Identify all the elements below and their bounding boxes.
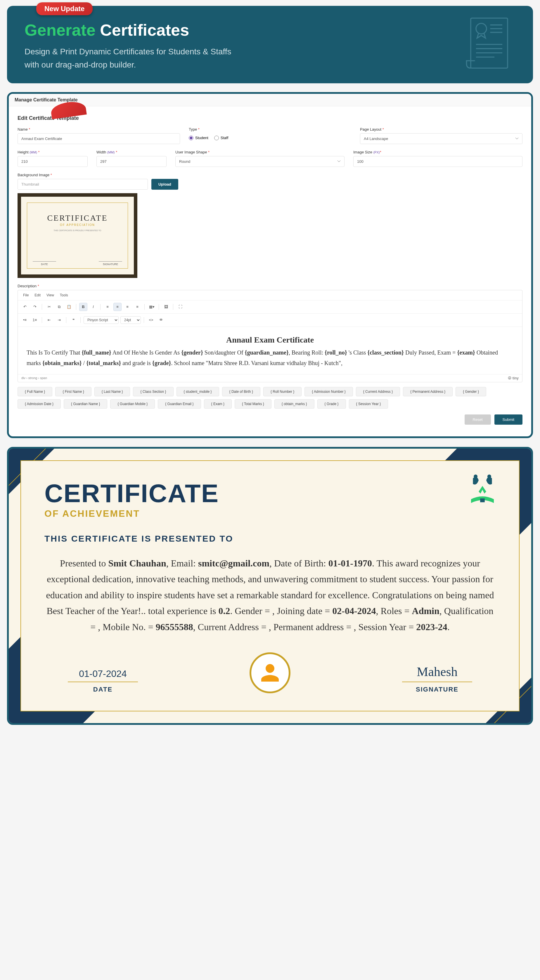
preview-line: THIS CERTIFICATE IS PROUDLY PRESENTED TO (54, 229, 102, 231)
feature-banner: New Update Generate Certificates Design … (7, 6, 533, 83)
placeholder-tag[interactable]: { Admission Number } (305, 387, 353, 396)
banner-title-green: Generate (25, 21, 95, 39)
fullscreen-icon[interactable]: ⛶ (176, 303, 184, 311)
preview-icon[interactable]: 👁 (157, 316, 165, 324)
editor-content-area[interactable]: Annaul Exam Certificate This Is To Certi… (18, 327, 522, 374)
menu-file[interactable]: File (21, 292, 31, 298)
placeholder-tag[interactable]: { Class Section } (133, 387, 173, 396)
name-input[interactable] (17, 133, 180, 144)
banner-title-rest: Certificates (100, 21, 189, 39)
page-layout-select[interactable]: A4 Landscape (360, 133, 523, 144)
width-input[interactable] (97, 156, 167, 167)
ribbon-tail-icon (51, 102, 86, 117)
width-label: Width (MM) * (97, 150, 167, 154)
image-icon[interactable]: 🖼 (162, 303, 170, 311)
redo-icon[interactable]: ↷ (31, 303, 39, 311)
banner-title: Generate Certificates (25, 21, 515, 40)
number-list-icon[interactable]: 1≡ (31, 316, 39, 324)
rich-editor: File Edit View Tools ↶ ↷ ✂ ⧉ 📋 B I ≡ ≡ ≡… (17, 290, 523, 382)
preview-sig: SIGNATURE (99, 261, 122, 266)
indent-icon[interactable]: ⇥ (55, 316, 63, 324)
align-left-icon[interactable]: ≡ (103, 303, 112, 311)
align-right-icon[interactable]: ≡ (123, 303, 132, 311)
svg-point-10 (488, 474, 491, 478)
placeholder-tag[interactable]: { Roll Number } (263, 387, 302, 396)
page-layout-label: Page Layout * (360, 127, 523, 132)
placeholder-tag[interactable]: { Grade } (317, 399, 346, 409)
cert-body-text: Presented to Smit Chauhan, Email: smitc@… (44, 555, 496, 635)
height-label: Height (MM) * (17, 150, 88, 154)
placeholder-tag[interactable]: { student_mobile } (176, 387, 219, 396)
paste-icon[interactable]: 📋 (65, 303, 73, 311)
cert-subheading: OF ACHIEVEMENT (44, 508, 496, 519)
preview-title: CERTIFICATE (47, 213, 108, 223)
bullet-list-icon[interactable]: •≡ (21, 316, 29, 324)
editor-statusbar: div › strong › span ⦿ tiny (18, 374, 522, 382)
cert-date-value: 01-07-2024 (68, 668, 138, 682)
description-label: Description * (17, 284, 523, 288)
submit-button[interactable]: Submit (494, 414, 523, 425)
italic-icon[interactable]: I (89, 303, 97, 311)
image-size-input[interactable] (353, 156, 523, 167)
preview-subtitle: OF APPRECIATION (60, 223, 95, 226)
menu-tools[interactable]: Tools (57, 292, 70, 298)
placeholder-tag[interactable]: { Guardian Mobile } (110, 399, 155, 409)
placeholder-tag[interactable]: { Last Name } (94, 387, 130, 396)
placeholder-tag[interactable]: { Session Year } (349, 399, 388, 409)
element-path[interactable]: div › strong › span (21, 376, 47, 380)
banner-description: Design & Print Dynamic Certificates for … (25, 45, 375, 72)
outdent-icon[interactable]: ⇤ (45, 316, 53, 324)
copy-icon[interactable]: ⧉ (55, 303, 63, 311)
certificate-scroll-icon (463, 15, 515, 74)
image-size-label: Image Size (PX)* (353, 150, 523, 154)
name-label: Name * (17, 127, 180, 132)
placeholder-tag[interactable]: { obtain_marks } (275, 399, 314, 409)
reset-button[interactable]: Reset (465, 414, 491, 425)
editor-menubar: File Edit View Tools (18, 290, 522, 301)
manage-template-panel: Manage Certificate Template Edit Certifi… (7, 92, 533, 438)
placeholder-tag[interactable]: { First Name } (55, 387, 91, 396)
undo-icon[interactable]: ↶ (21, 303, 29, 311)
preview-date: DATE (33, 261, 56, 266)
placeholder-tag[interactable]: { Exam } (204, 399, 232, 409)
editor-toolbar-1: ↶ ↷ ✂ ⧉ 📋 B I ≡ ≡ ≡ ≡ ▦▾ 🖼 ⛶ (18, 301, 522, 313)
cert-signature-value: Mahesh (402, 664, 472, 682)
cut-icon[interactable]: ✂ (45, 303, 53, 311)
font-family-select[interactable]: Pinyon Script (84, 316, 119, 324)
placeholder-tags: { Full Name }{ First Name }{ Last Name }… (17, 387, 523, 409)
thumbnail-input[interactable]: Thumbnail (17, 179, 148, 190)
placeholder-tag[interactable]: { Permanent Address } (403, 387, 453, 396)
menu-view[interactable]: View (44, 292, 56, 298)
table-icon[interactable]: ▦▾ (148, 303, 156, 311)
placeholder-tag[interactable]: { Total Marks } (235, 399, 272, 409)
svg-rect-0 (471, 18, 508, 68)
svg-rect-11 (480, 498, 485, 502)
placeholder-tag[interactable]: { Admission Date } (17, 399, 61, 409)
cert-signature-label: SIGNATURE (402, 686, 472, 693)
upload-button[interactable]: Upload (151, 179, 178, 190)
placeholder-tag[interactable]: { Guardian Email } (158, 399, 201, 409)
menu-edit[interactable]: Edit (32, 292, 43, 298)
placeholder-tag[interactable]: { Full Name } (17, 387, 52, 396)
background-image-label: Background Image * (17, 173, 178, 177)
height-input[interactable] (17, 156, 88, 167)
type-staff-radio[interactable]: Staff (214, 135, 229, 140)
placeholder-tag[interactable]: { Date of Birth } (222, 387, 260, 396)
cert-signature-block: Mahesh SIGNATURE (402, 664, 472, 693)
editor-title: Annaul Exam Certificate (27, 332, 513, 347)
type-student-radio[interactable]: Student (189, 135, 208, 140)
certificate-output: CERTIFICATE OF ACHIEVEMENT THIS CERTIFIC… (7, 447, 533, 725)
svg-point-1 (476, 23, 486, 34)
align-justify-icon[interactable]: ≡ (133, 303, 141, 311)
editor-toolbar-2: •≡ 1≡ ⇤ ⇥ ❝ Pinyon Script 24pt <> 👁 (18, 313, 522, 327)
placeholder-tag[interactable]: { Guardian Name } (64, 399, 107, 409)
font-size-select[interactable]: 24pt (121, 316, 141, 324)
placeholder-tag[interactable]: { Gender } (456, 387, 486, 396)
blockquote-icon[interactable]: ❝ (69, 316, 78, 324)
placeholder-tag[interactable]: { Current Address } (356, 387, 400, 396)
align-center-icon[interactable]: ≡ (113, 303, 122, 311)
image-shape-select[interactable]: Round (175, 156, 345, 167)
background-preview: CERTIFICATE OF APPRECIATION THIS CERTIFI… (17, 193, 137, 278)
source-code-icon[interactable]: <> (147, 316, 155, 324)
bold-icon[interactable]: B (79, 303, 87, 311)
